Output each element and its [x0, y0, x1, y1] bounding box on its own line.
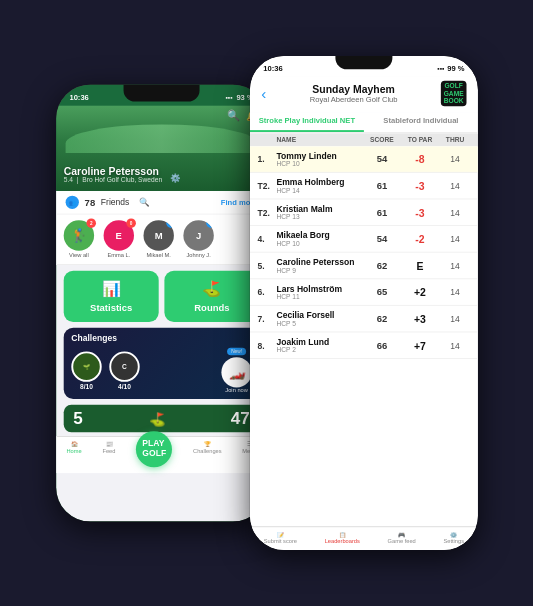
- lb-row-7: 7. Cecilia Forsell HCP 5 62 +3 14: [249, 306, 477, 333]
- left-phone: 10:36 ▪▪▪ 93 % 🔍 🔔 👩: [56, 85, 267, 522]
- left-content: 👥 78 Friends 🔍 Find more 🏌️ 2 View all: [56, 191, 267, 522]
- friends-search-icon[interactable]: 🔍: [138, 198, 148, 208]
- challenges-icon: 🏆: [203, 441, 210, 448]
- settings-icon[interactable]: ⚙️: [169, 174, 179, 184]
- new-badge: New!: [227, 348, 245, 356]
- nav-home[interactable]: 🏠 Home: [66, 441, 81, 468]
- pos-3: T2.: [257, 208, 274, 218]
- player-hcp-4: HCP 10: [276, 240, 362, 247]
- callaway-score: 4/10: [118, 383, 131, 390]
- join-logo: 🏎️: [221, 357, 251, 387]
- right-nav-settings[interactable]: ⚙️ Settings: [443, 531, 464, 544]
- thru-3: 14: [439, 208, 469, 218]
- friend-badge-2: +1: [166, 220, 174, 228]
- score-2: 61: [363, 181, 399, 191]
- profile-name: Caroline Petersson: [63, 165, 161, 176]
- name-wrap-2: Emma Holmberg HCP 14: [276, 178, 362, 194]
- golf-flag-icon: ⛳: [202, 280, 221, 298]
- lb-row-5: 5. Caroline Petersson HCP 9 62 E 14: [249, 253, 477, 280]
- signal-icon: ▪▪▪: [225, 94, 232, 101]
- th-thru: THRU: [439, 137, 469, 144]
- right-nav-gamefeed[interactable]: 🎮 Game feed: [387, 531, 415, 544]
- friend-mikael[interactable]: M +1 Mikael M.: [143, 220, 173, 258]
- friend-view-all[interactable]: 🏌️ 2 View all: [63, 220, 93, 258]
- friend-badge-0: 2: [86, 218, 95, 228]
- score-5: 62: [363, 260, 399, 270]
- th-score: SCORE: [363, 137, 399, 144]
- nav-challenges[interactable]: 🏆 Challenges: [193, 441, 222, 468]
- pos-5: 5.: [257, 261, 274, 271]
- bottom-nav: 🏠 Home 📰 Feed PLAYGOLF 🏆 Challenges: [56, 436, 267, 473]
- thru-4: 14: [439, 234, 469, 244]
- player-hcp-5: HCP 9: [276, 267, 362, 274]
- friend-avatar-1: E 0: [103, 220, 133, 250]
- right-phone: 10:36 ▪▪▪ 99 % ‹ Sunday Mayhem Royal Abe…: [249, 56, 477, 550]
- score-tabs: Stroke Play Individual NET Stableford In…: [249, 112, 477, 134]
- friend-johnny[interactable]: J +2 Johnny J.: [183, 220, 213, 258]
- rounds-button[interactable]: ⛳ Rounds: [164, 271, 259, 322]
- player-hcp-3: HCP 13: [276, 214, 362, 221]
- settings-nav-icon: ⚙️: [450, 531, 457, 538]
- right-nav-submit[interactable]: 📝 Submit score: [263, 531, 296, 544]
- tab-stableford[interactable]: Stableford Individual: [363, 112, 477, 132]
- challenge-bge[interactable]: 🌱 8/10: [71, 351, 101, 390]
- player-name-1: Tommy Linden: [276, 151, 362, 161]
- left-header-image: 🔍 🔔 👩 Caroline Petersson 5.4 |: [56, 105, 267, 191]
- player-hcp-1: HCP 10: [276, 161, 362, 168]
- score-4: 54: [363, 234, 399, 244]
- pos-6: 6.: [257, 287, 274, 297]
- score-bar: 5 ⛳ 47: [63, 405, 259, 433]
- right-header: ‹ Sunday Mayhem Royal Aberdeen Golf Club…: [249, 77, 477, 112]
- lb-row-3: T2. Kristian Malm HCP 13 61 -3 14: [249, 200, 477, 227]
- right-battery: 99 %: [447, 64, 464, 73]
- friend-emma[interactable]: E 0 Emma L.: [103, 220, 133, 258]
- nav-challenges-label: Challenges: [193, 448, 222, 454]
- par-1: -8: [401, 153, 437, 164]
- submit-label: Submit score: [263, 539, 296, 545]
- name-wrap-7: Cecilia Forsell HCP 5: [276, 311, 362, 327]
- name-wrap-4: Mikaela Borg HCP 10: [276, 231, 362, 247]
- thru-6: 14: [439, 287, 469, 297]
- pos-1: 1.: [257, 154, 274, 164]
- challenge-callaway[interactable]: C 4/10: [109, 351, 139, 390]
- thru-7: 14: [439, 314, 469, 324]
- pos-4: 4.: [257, 234, 274, 244]
- right-bottom-nav: 📝 Submit score 📋 Leaderboards 🎮 Game fee…: [249, 526, 477, 550]
- left-screen: 10:36 ▪▪▪ 93 % 🔍 🔔 👩: [56, 85, 267, 522]
- bar-chart-icon: 📊: [101, 280, 120, 298]
- score-6: 65: [363, 287, 399, 297]
- thru-8: 14: [439, 341, 469, 351]
- lb-row-4: 4. Mikaela Borg HCP 10 54 -2 14: [249, 226, 477, 253]
- nav-feed[interactable]: 📰 Feed: [102, 441, 115, 468]
- player-name-2: Emma Holmberg: [276, 178, 362, 188]
- search-icon[interactable]: 🔍: [227, 109, 240, 121]
- play-golf-button[interactable]: PLAYGOLF: [136, 431, 172, 467]
- join-label: Join now: [225, 388, 248, 394]
- profile-info: Caroline Petersson 5.4 | Bro Hof Golf Cl…: [63, 165, 161, 183]
- gamefeed-label: Game feed: [387, 539, 415, 545]
- tab-stroke-play[interactable]: Stroke Play Individual NET: [249, 112, 363, 132]
- score-3: 61: [363, 207, 399, 217]
- friend-label-1: Emma L.: [107, 253, 130, 259]
- statistics-button[interactable]: 📊 Statistics: [63, 271, 158, 322]
- golf-background: 🔍 🔔 👩 Caroline Petersson 5.4 |: [56, 105, 267, 191]
- lb-row-6: 6. Lars Holmström HCP 11 65 +2 14: [249, 279, 477, 306]
- player-name-8: Joakim Lund: [276, 337, 362, 347]
- name-wrap-1: Tommy Linden HCP 10: [276, 151, 362, 167]
- friend-badge-1: 0: [126, 218, 135, 228]
- leaderboard-icon: 📋: [338, 531, 345, 538]
- right-nav-leaderboards[interactable]: 📋 Leaderboards: [324, 531, 359, 544]
- friend-label-0: View all: [69, 253, 89, 259]
- nav-home-label: Home: [66, 448, 81, 454]
- back-arrow[interactable]: ‹: [261, 85, 266, 102]
- friends-label: Friends: [100, 198, 129, 208]
- feature-buttons: 📊 Statistics ⛳ Rounds: [56, 265, 267, 328]
- statistics-label: Statistics: [90, 302, 132, 312]
- thru-2: 14: [439, 181, 469, 191]
- join-now-section[interactable]: New! 🏎️ Join now: [221, 348, 251, 394]
- view-all-avatar: 🏌️ 2: [63, 220, 93, 250]
- nav-feed-label: Feed: [102, 448, 115, 454]
- thru-5: 14: [439, 261, 469, 271]
- home-icon: 🏠: [70, 441, 77, 448]
- friend-avatar-3: J +2: [183, 220, 213, 250]
